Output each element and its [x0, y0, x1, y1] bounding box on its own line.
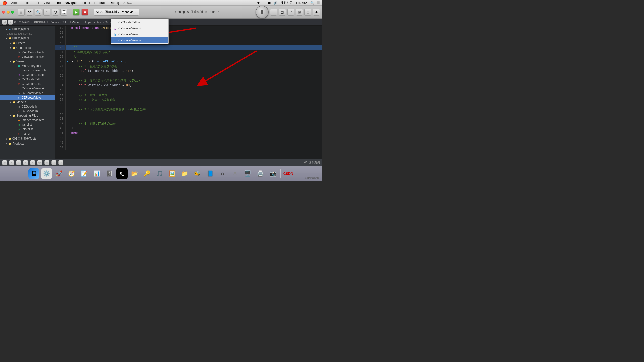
navigator-button[interactable]: 🔍	[35, 9, 42, 16]
sidebar-item-others[interactable]: ▶ 📁 Others	[0, 41, 55, 46]
dock-terminal[interactable]: $_	[116, 168, 128, 179]
dock-fontbook2[interactable]: A	[230, 168, 241, 179]
breadcrumb-proj[interactable]: 001团购案例	[14, 20, 30, 24]
dock-photos[interactable]: 🖼️	[167, 168, 178, 179]
close-button[interactable]	[2, 11, 5, 14]
pause-button[interactable]: ⏸	[256, 6, 269, 19]
dock-onenote[interactable]: 📓	[104, 168, 115, 179]
sidebar-item-controllers[interactable]: ▼ 📁 Controllers	[0, 46, 55, 50]
xcode-menu[interactable]: Xcode	[11, 1, 20, 5]
nav-back-button[interactable]: ◀	[2, 20, 7, 25]
sidebar-item-products[interactable]: ▶ 📁 Products	[0, 141, 55, 146]
sidebar-item-launchscreen[interactable]: x LaunchScreen.xib	[0, 68, 55, 73]
dropdown-item-czfooterview-xib[interactable]: x CZFooterView.xib	[111, 25, 168, 31]
dock-csdn[interactable]: CSDN	[283, 168, 294, 179]
report-button[interactable]: 💬	[60, 9, 67, 16]
dock-unknown1[interactable]: 🐝	[192, 168, 203, 179]
layout-2-button[interactable]: ◻	[279, 9, 286, 16]
dock-fontbook1[interactable]: A	[217, 168, 228, 179]
sidebar-item-czgoods-m[interactable]: m CZGoods.m	[0, 109, 55, 113]
sidebar-item-viewcontroller-h[interactable]: h ViewController.h	[0, 50, 55, 55]
editor-menu[interactable]: Editor	[82, 1, 90, 5]
sidebar-item-main-storyboard[interactable]: ◼ Main.storyboard	[0, 64, 55, 68]
sidebar-item-main-m[interactable]: m main.m	[0, 131, 55, 136]
layout-4-button[interactable]: ⊞	[296, 9, 303, 16]
edit-menu[interactable]: Edit	[34, 1, 39, 5]
breadcrumb-views[interactable]: Views	[51, 21, 59, 24]
sidebar-group-main[interactable]: ▼ 📁 001团购案例	[0, 36, 55, 41]
dock-keychain[interactable]: 🔑	[142, 168, 153, 179]
dropdown-item-czfooterview-m[interactable]: m CZFooterView.m	[111, 37, 168, 43]
debug-menu[interactable]: Debug	[110, 1, 119, 5]
nav-forward-button[interactable]: ▶	[8, 20, 13, 25]
sidebar-item-czgoodscell-m[interactable]: m CZGoodsCell.m	[0, 82, 55, 86]
sidebar-item-views[interactable]: ▼ 📁 Views	[0, 59, 55, 64]
source-control-menu[interactable]: Sou...	[123, 1, 132, 5]
dock-excel[interactable]: 📊	[91, 168, 102, 179]
layout-3-button[interactable]: ⇄	[287, 9, 294, 16]
dock-monitor[interactable]: 🖥️	[242, 168, 253, 179]
sidebar-item-info-plist[interactable]: p Info.plist	[0, 127, 55, 131]
sidebar-item-tests[interactable]: ▶ 📁 001团购案例Tests	[0, 136, 55, 141]
spotlight-icon[interactable]: 🔍	[310, 1, 314, 5]
up-btn[interactable]: ▲	[23, 160, 28, 165]
dock-ftp[interactable]: 📂	[129, 168, 140, 179]
breadcrumb-file[interactable]: CZFooterView.m	[62, 21, 82, 24]
dropdown-item-czfooterview-h[interactable]: h CZFooterView.h	[111, 31, 168, 37]
minimize-button[interactable]	[7, 11, 10, 14]
sidebar-item-tgs-plist[interactable]: p tgs.plist	[0, 122, 55, 127]
arrow-btn[interactable]: →	[51, 160, 56, 165]
sidebar-item-czfooterview-xib[interactable]: x CZFooterView.xib	[0, 86, 55, 91]
back-fwd-btn[interactable]: ◀▶	[37, 160, 42, 165]
find-menu[interactable]: Find	[54, 1, 61, 5]
down-btn[interactable]: ▼	[30, 160, 35, 165]
product-menu[interactable]: Product	[94, 1, 106, 5]
sidebar-item-images[interactable]: ◼ Images.xcassets	[0, 118, 55, 122]
sidebar-item-czgoodscell-xib[interactable]: x CZGoodsCell.xib	[0, 73, 55, 77]
dock-launchpad[interactable]: 🚀	[54, 168, 65, 179]
pause-mini-btn[interactable]: ⏸	[16, 160, 21, 165]
dropdown-item-czgoodscell-m[interactable]: m CZGoodsCell.m	[111, 19, 168, 25]
stop-button[interactable]: ■	[81, 9, 88, 16]
sidebar-item-czfooterview-m[interactable]: m CZFooterView.m	[0, 95, 55, 100]
code-editor[interactable]: 19 @implementation CZFooterView 20 21 22	[55, 26, 322, 159]
layout-5-button[interactable]: ⊡	[304, 9, 311, 16]
dock-printer[interactable]: 🖨️	[255, 168, 266, 179]
navigate-menu[interactable]: Navigate	[65, 1, 77, 5]
add-button[interactable]: ✚	[313, 9, 320, 16]
dock-sysprefs[interactable]: ⚙️	[41, 168, 52, 179]
dock-filezilla[interactable]: 📁	[179, 168, 190, 179]
dock-music[interactable]: 🎵	[154, 168, 165, 179]
layout-1-button[interactable]: ☰	[270, 9, 277, 16]
notification-icon[interactable]: ☰	[317, 1, 320, 5]
sidebar-toggle-button[interactable]: ⊞	[18, 9, 25, 16]
dock-word[interactable]: 📘	[205, 168, 216, 179]
editor-mode-btn[interactable]: ⊞	[2, 160, 7, 165]
sidebar-item-supporting-files[interactable]: ▼ 📁 Supporting Files	[0, 113, 55, 118]
file-dropdown[interactable]: m CZGoodsCell.m x CZFooterView.xib h CZF…	[111, 19, 169, 44]
file-menu[interactable]: File	[24, 1, 30, 5]
sidebar-item-viewcontroller-m[interactable]: m ViewController.m	[0, 55, 55, 59]
scheme-selector[interactable]: 🏗 001团购案例 › iPhone 4s ⌄	[94, 9, 139, 16]
circle-btn[interactable]: ⊙	[58, 160, 63, 165]
sidebar-item-czfooterview-h[interactable]: h CZFooterView.h	[0, 91, 55, 95]
dock-camera[interactable]: 📷	[267, 168, 278, 179]
sidebar-item-czgoods-h[interactable]: h CZGoods.h	[0, 104, 55, 109]
view-menu[interactable]: View	[43, 1, 50, 5]
fullscreen-button[interactable]	[11, 11, 14, 14]
dock-finder[interactable]: 🖥	[28, 168, 39, 179]
grid-btn[interactable]: ⊞	[44, 160, 49, 165]
breakpoint-button[interactable]: ⬡	[52, 9, 59, 16]
sidebar-item-project[interactable]: ▼ ◈ 001团购案例	[0, 27, 55, 32]
sidebar-item-czgoodscell-h[interactable]: h CZGoodsCell.h	[0, 77, 55, 82]
sidebar-item-models[interactable]: ▼ 📁 Models	[0, 100, 55, 104]
run-button[interactable]: ▶	[73, 9, 80, 16]
breadcrumb-group[interactable]: 001团购案例	[33, 20, 48, 24]
issues-button[interactable]: ⚠	[43, 9, 50, 16]
vcs-button[interactable]: ⌥	[26, 9, 33, 16]
dock-safari[interactable]: 🧭	[66, 168, 77, 179]
play-btn[interactable]: ▶	[9, 160, 14, 165]
input-method[interactable]: 搜狗拼音	[280, 1, 293, 5]
apple-menu[interactable]: 🍎	[2, 0, 7, 5]
dock-notes[interactable]: 📝	[79, 168, 90, 179]
